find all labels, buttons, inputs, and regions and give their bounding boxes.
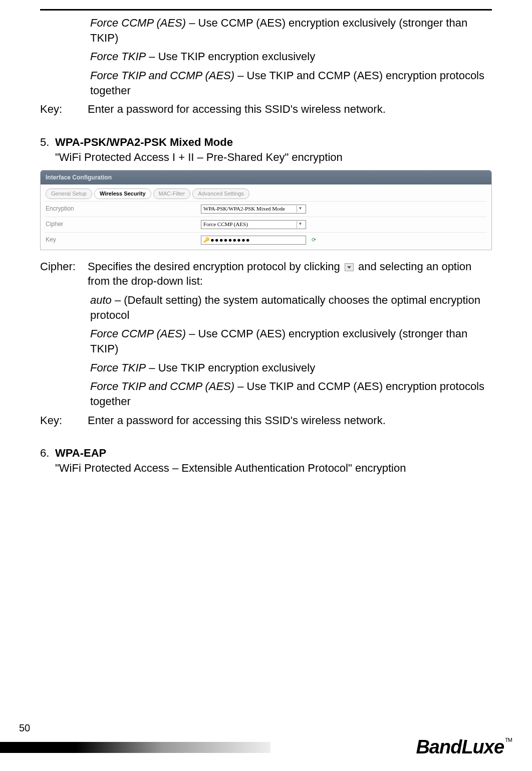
chevron-down-icon: ▼ (297, 221, 304, 228)
option-label: Force CCMP (AES) (90, 17, 186, 29)
label-key: Key (46, 236, 201, 244)
top-cipher-options: Force CCMP (AES) – Use CCMP (AES) encryp… (40, 16, 492, 98)
brand-logo-text: BandLuxe (416, 734, 504, 760)
option-force-both: Force TKIP and CCMP (AES) – Use TKIP and… (90, 68, 492, 98)
section-5-heading: 5. WPA-PSK/WPA2-PSK Mixed Mode (40, 135, 492, 150)
page-number: 50 (19, 721, 30, 735)
select-cipher[interactable]: Force CCMP (AES) ▼ (201, 220, 306, 229)
option-force-tkip: Force TKIP – Use TKIP encryption exclusi… (90, 49, 492, 64)
option-label: Force CCMP (AES) (90, 327, 186, 340)
input-key-value: ●●●●●●●●● (210, 238, 250, 243)
refresh-icon[interactable]: ⟳ (310, 237, 317, 244)
input-key[interactable]: 🔑 ●●●●●●●●● (201, 236, 306, 245)
row-encryption: Encryption WPA-PSK/WPA2-PSK Mixed Mode ▼ (46, 201, 486, 217)
option-sep: – (186, 17, 198, 29)
option-sep: – (234, 69, 246, 82)
option-label: Force TKIP (90, 50, 146, 63)
option-sep: – (146, 361, 158, 374)
key-definition-2: Key: Enter a password for accessing this… (40, 413, 492, 428)
chevron-down-icon: ▼ (297, 206, 304, 213)
option-sep: – (146, 50, 158, 63)
interface-config-panel: Interface Configuration General Setup Wi… (40, 170, 492, 250)
dropdown-icon (345, 263, 354, 271)
option-label: Force TKIP and CCMP (AES) (90, 380, 234, 393)
section-title: WPA-EAP (55, 446, 106, 461)
option-sep: – (112, 294, 124, 306)
select-encryption[interactable]: WPA-PSK/WPA2-PSK Mixed Mode ▼ (201, 205, 306, 214)
brand-logo: BandLuxe TM (416, 734, 512, 760)
option-force-ccmp: Force CCMP (AES) – Use CCMP (AES) encryp… (90, 16, 492, 45)
option-force-tkip: Force TKIP – Use TKIP encryption exclusi… (90, 360, 492, 375)
panel-header: Interface Configuration (41, 170, 491, 184)
section-number: 6. (40, 446, 55, 461)
option-sep: – (186, 327, 198, 340)
label-cipher: Cipher (46, 220, 201, 228)
top-rule (40, 9, 492, 11)
cipher-desc: Specifies the desired encryption protoco… (88, 259, 492, 289)
cipher-option-list: auto – (Default setting) the system auto… (40, 293, 492, 409)
key-definition: Key: Enter a password for accessing this… (40, 102, 492, 117)
option-auto: auto – (Default setting) the system auto… (90, 293, 492, 322)
footer: BandLuxe TM (0, 737, 532, 758)
option-label: Force TKIP and CCMP (AES) (90, 69, 234, 82)
panel-tabs: General Setup Wireless Security MAC-Filt… (46, 188, 486, 199)
section-5-desc: "WiFi Protected Access I + II – Pre-Shar… (55, 150, 492, 165)
key-desc: Enter a password for accessing this SSID… (88, 413, 492, 428)
section-6-heading: 6. WPA-EAP (40, 446, 492, 461)
key-icon: 🔑 (203, 237, 209, 244)
section-title: WPA-PSK/WPA2-PSK Mixed Mode (55, 135, 233, 150)
cipher-label: Cipher: (40, 259, 88, 289)
tab-mac-filter[interactable]: MAC-Filter (153, 188, 191, 199)
option-desc: Use TKIP encryption exclusively (158, 361, 315, 374)
section-number: 5. (40, 135, 55, 150)
row-cipher: Cipher Force CCMP (AES) ▼ (46, 217, 486, 232)
option-desc: Use TKIP encryption exclusively (158, 50, 315, 63)
panel-body: General Setup Wireless Security MAC-Filt… (41, 184, 491, 250)
section-6-desc: "WiFi Protected Access – Extensible Auth… (55, 461, 492, 476)
option-label: auto (90, 294, 112, 306)
option-label: Force TKIP (90, 361, 146, 374)
tab-wireless-security[interactable]: Wireless Security (94, 188, 151, 199)
select-encryption-value: WPA-PSK/WPA2-PSK Mixed Mode (203, 205, 285, 213)
cipher-desc-a: Specifies the desired encryption protoco… (88, 260, 343, 273)
select-cipher-value: Force CCMP (AES) (203, 221, 248, 228)
tab-general-setup[interactable]: General Setup (46, 188, 92, 199)
option-force-ccmp: Force CCMP (AES) – Use CCMP (AES) encryp… (90, 326, 492, 356)
label-encryption: Encryption (46, 205, 201, 213)
key-label: Key: (40, 413, 88, 428)
trademark-symbol: TM (505, 736, 512, 744)
tab-advanced-settings[interactable]: Advanced Settings (192, 188, 249, 199)
row-key: Key 🔑 ●●●●●●●●● ⟳ (46, 232, 486, 248)
key-label: Key: (40, 102, 88, 117)
option-desc: (Default setting) the system automatical… (90, 294, 480, 321)
cipher-definition: Cipher: Specifies the desired encryption… (40, 259, 492, 289)
footer-gradient (0, 742, 271, 753)
option-force-both: Force TKIP and CCMP (AES) – Use TKIP and… (90, 379, 492, 409)
key-desc: Enter a password for accessing this SSID… (88, 102, 492, 117)
option-sep: – (234, 380, 246, 393)
